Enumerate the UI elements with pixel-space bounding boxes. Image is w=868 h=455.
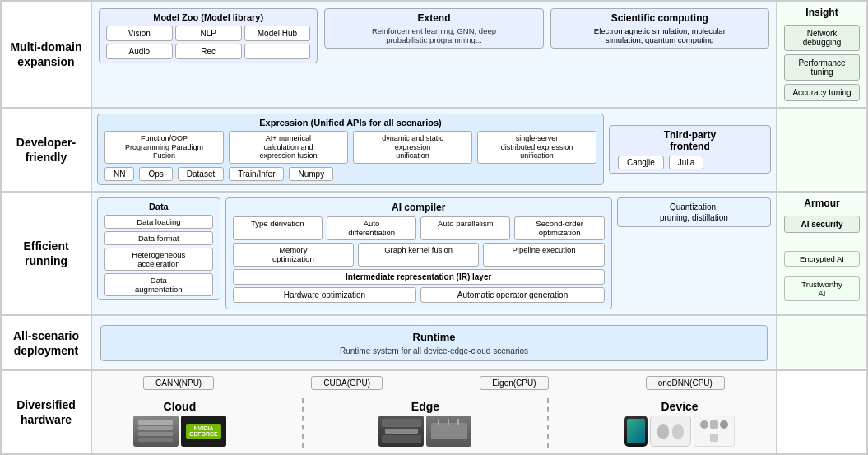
row5-center: CANN(NPU) CUDA(GPU) Eigen(CPU) oneDNN(CP… [91, 370, 777, 454]
row1-label: Multi-domain expansion [1, 1, 91, 108]
row2-label: Developer- friendly [1, 108, 91, 192]
data-hetero: Heterogeneous acceleration [104, 248, 213, 271]
data-augmentation: Data augmentation [104, 273, 213, 296]
expr-train: Train/Infer [229, 167, 284, 181]
quant-box: Quantization, pruning, distillation [617, 197, 771, 227]
data-format: Data format [104, 231, 213, 245]
chip-onednn: oneDNN(CPU) [646, 376, 725, 390]
cloud-group: Cloud NVIDIAGEFORCE [133, 400, 226, 447]
expr-item-2: dynamic and static expression unificatio… [353, 131, 472, 164]
memory-opt: Memory optimization [233, 243, 354, 267]
quant-text: Quantization, pruning, distillation [660, 202, 728, 223]
row1-center: Model Zoo (Model library) Vision NLP Mod… [91, 1, 777, 108]
row3-label: Efficient running [1, 192, 91, 315]
expression-items: Function/OOP Programming Paradigm Fusion… [104, 131, 596, 164]
expr-item-1: AI+ numerical calculation and expression… [229, 131, 348, 164]
chip-eigen: Eigen(CPU) [480, 376, 548, 390]
julia-item: Julia [669, 156, 704, 169]
cloud-label: Cloud [164, 400, 197, 413]
ai-compiler-title: AI compiler [233, 202, 605, 213]
device-misc [694, 416, 735, 447]
cangjie-item: Cangjie [618, 156, 664, 169]
extend-title: Extend [332, 12, 536, 24]
expr-item-3: single-server distributed expression uni… [477, 131, 596, 164]
mz-audio: Audio [106, 44, 173, 59]
edge-router [426, 416, 471, 447]
pipeline-exec: Pipeline execution [483, 243, 604, 267]
hw-chips-row: CANN(NPU) CUDA(GPU) Eigen(CPU) oneDNN(CP… [97, 376, 771, 390]
auto-op-gen: Automatic operator generation [420, 287, 605, 303]
performance-tuning: Performance tuning [784, 54, 860, 81]
edge-group: Edge [378, 400, 471, 447]
row3-right: Armour AI security Encrypted AI Trustwor… [777, 192, 867, 315]
chip-cann: CANN(NPU) [143, 376, 214, 390]
data-items: Data loading Data format Heterogeneous a… [104, 215, 213, 296]
ir-layer-bar: Intermediate representation (IR) layer [233, 269, 605, 285]
mz-nlp: NLP [175, 26, 242, 41]
row4-label: All-scenario deployment [1, 315, 91, 370]
hw-optimization: Hardware optimization [233, 287, 417, 303]
device-label: Device [661, 400, 699, 413]
encrypted-ai: Encrypted AI [784, 251, 860, 267]
accuracy-tuning: Accuracy tuning [784, 84, 860, 101]
row1-right: Insight Network debugging Performance tu… [777, 1, 867, 108]
third-party-wrap: Third-party frontend Cangjie Julia [609, 125, 771, 174]
expr-numpy: Numpy [289, 167, 333, 181]
runtime-title: Runtime [118, 331, 750, 343]
sci-text: Electromagnetic simulation, molecular si… [558, 26, 762, 44]
row5-label: Diversified hardware [1, 370, 91, 454]
row2-bottom-row: NN Ops Dataset Train/Infer Numpy [104, 167, 596, 181]
chip-cuda: CUDA(GPU) [311, 376, 383, 390]
data-title: Data [104, 202, 213, 211]
network-debugging: Network debugging [784, 25, 860, 51]
ai-security: AI security [784, 216, 860, 233]
extend-text: Reinforcement learning, GNN, deep probab… [332, 26, 536, 44]
ai-compiler-box: AI compiler Type derivation Auto differe… [225, 197, 612, 309]
type-derivation: Type derivation [233, 216, 323, 240]
device-earbuds [650, 416, 691, 447]
sci-title: Scientific computing [558, 12, 762, 24]
row2-main: Expression (Unified APIs for all scenari… [97, 114, 771, 185]
row4-center: Runtime Runtime system for all device-ed… [91, 315, 777, 370]
row2-center: Expression (Unified APIs for all scenari… [91, 108, 777, 192]
model-zoo-title: Model Zoo (Model library) [106, 12, 310, 22]
divider1 [302, 398, 304, 448]
mz-empty [244, 44, 311, 59]
model-zoo-box: Model Zoo (Model library) Vision NLP Mod… [99, 8, 318, 63]
third-party-box: Third-party frontend Cangjie Julia [609, 125, 771, 174]
extend-box: Extend Reinforcement learning, GNN, deep… [324, 8, 543, 49]
expression-wrap: Expression (Unified APIs for all scenari… [97, 114, 604, 185]
cloud-nvidia: NVIDIAGEFORCE [181, 416, 226, 447]
mz-hub: Model Hub [244, 26, 311, 41]
row2-right [777, 108, 867, 192]
edge-imgs [378, 416, 471, 447]
ai-compiler-bottom: Hardware optimization Automatic operator… [233, 287, 605, 303]
cloud-imgs: NVIDIAGEFORCE [133, 416, 226, 447]
auto-parallel: Auto parallelism [420, 216, 510, 240]
hw-devices-row: Cloud NVIDIAGEFORCE Edge [97, 398, 771, 448]
runtime-box: Runtime Runtime system for all device-ed… [100, 325, 768, 361]
expr-dataset: Dataset [178, 167, 224, 181]
row3-top: Data Data loading Data format Heterogene… [97, 197, 771, 309]
runtime-sub: Runtime system for all device-edge-cloud… [118, 346, 750, 355]
expr-item-0: Function/OOP Programming Paradigm Fusion [104, 131, 224, 164]
cloud-server1 [133, 416, 179, 447]
device-phone [624, 416, 648, 447]
third-party-title: Third-party frontend [618, 129, 762, 152]
expression-title: Expression (Unified APIs for all scenari… [104, 118, 596, 128]
model-zoo-grid: Vision NLP Model Hub Audio Rec [106, 26, 310, 59]
data-box: Data Data loading Data format Heterogene… [97, 197, 220, 300]
device-group: Device [624, 400, 735, 447]
nvidia-logo: NVIDIAGEFORCE [186, 424, 221, 439]
third-party-items: Cangjie Julia [618, 156, 762, 169]
armour-title: Armour [784, 197, 860, 209]
divider2 [547, 398, 549, 448]
insight-title: Insight [784, 7, 860, 18]
edge-label: Edge [411, 400, 439, 413]
row5-right [777, 370, 867, 454]
ai-compiler-row1: Type derivation Auto differentiation Aut… [233, 216, 605, 240]
expression-box: Expression (Unified APIs for all scenari… [97, 114, 604, 185]
main-grid: Multi-domain expansion Model Zoo (Model … [0, 0, 868, 455]
sci-box: Scientific computing Electromagnetic sim… [550, 8, 769, 49]
ai-compiler-row2: Memory optimization Graph kernel fusion … [233, 243, 605, 267]
